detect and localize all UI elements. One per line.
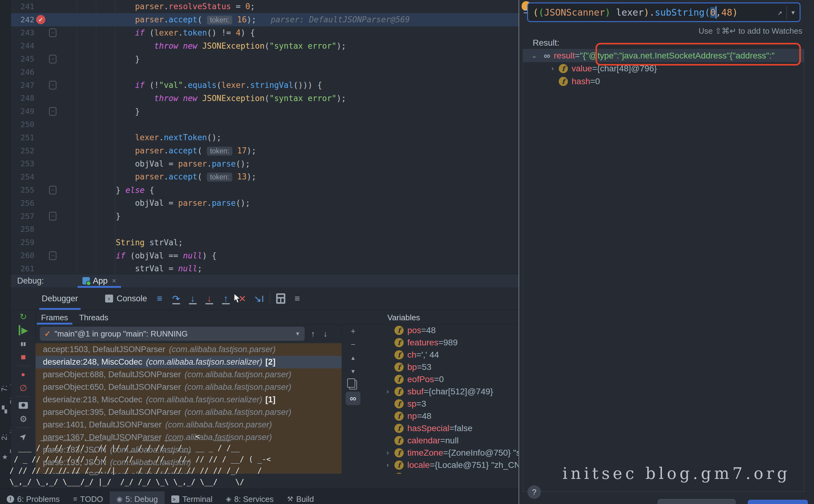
code-line[interactable]: 241 parser.resolveStatus = 0;: [11, 0, 518, 13]
gutter-fold-column[interactable]: −: [47, 107, 58, 116]
step-out-icon[interactable]: ↑: [218, 290, 234, 307]
chevron-down-icon[interactable]: ▼: [791, 9, 795, 16]
chevron-right-icon[interactable]: ›: [381, 388, 394, 396]
breakpoint-icon[interactable]: ✓: [36, 15, 45, 24]
gutter-fold-column[interactable]: −: [47, 212, 58, 220]
pin-icon[interactable]: ➤: [15, 430, 32, 443]
view-breakpoints-icon[interactable]: ●●: [15, 368, 32, 381]
force-step-into-icon[interactable]: ↓: [201, 290, 218, 307]
code-line[interactable]: 259 String strVal;: [11, 236, 518, 249]
run-to-cursor-icon[interactable]: ↘I: [251, 290, 267, 307]
code-line[interactable]: 258: [11, 223, 518, 236]
statusbar-item-problems[interactable]: !6: Problems: [0, 491, 66, 504]
chevron-right-icon[interactable]: ›: [381, 461, 394, 469]
code-line[interactable]: 260− if (objVal == null) {: [11, 249, 518, 262]
variable-row[interactable]: fmatchStat = 0: [364, 471, 518, 474]
add-watch-icon[interactable]: +: [346, 324, 360, 338]
stack-frame-row[interactable]: parseObject:395, DefaultJSONParser(com.a…: [36, 406, 342, 419]
resume-icon[interactable]: ▶: [15, 323, 32, 337]
code-line[interactable]: 261 strVal = null;: [11, 262, 518, 274]
expand-icon[interactable]: ↗: [778, 8, 782, 17]
frame-down-icon[interactable]: ↓: [321, 329, 329, 339]
stop-icon[interactable]: ■: [15, 350, 32, 364]
sidebar-item-favorites[interactable]: 2: Favorites: [0, 420, 11, 454]
fold-start-icon[interactable]: −: [49, 251, 56, 260]
variable-row[interactable]: fcalendar = null: [364, 434, 518, 447]
variable-row[interactable]: fnp = 48: [364, 410, 518, 422]
variable-row[interactable]: fch = ',' 44: [364, 349, 518, 361]
tab-console[interactable]: › Console: [101, 287, 151, 310]
variable-row[interactable]: ›flocale = {Locale@751} "zh_CN": [364, 459, 518, 471]
show-watches-icon[interactable]: ∞: [346, 392, 360, 405]
evaluate-expression-icon[interactable]: [273, 290, 289, 307]
variable-row[interactable]: ›fsbuf = {char[512]@749}: [364, 386, 518, 398]
sidebar-item-structure[interactable]: 7: Structure: [0, 371, 11, 405]
variable-row[interactable]: ffeatures = 989: [364, 337, 518, 349]
fold-end-icon[interactable]: −: [49, 107, 56, 116]
code-line[interactable]: 254 parser.accept( token: 13);: [11, 170, 518, 183]
mute-breakpoints-icon[interactable]: ∅: [15, 381, 32, 395]
code-line[interactable]: 248 throw new JSONException("syntax erro…: [11, 92, 518, 105]
statusbar-item-build[interactable]: ⚒Build: [281, 491, 321, 504]
code-line[interactable]: 245− }: [11, 52, 518, 66]
statusbar-item-debug[interactable]: ◉5: Debug: [110, 491, 164, 504]
code-line[interactable]: 244 throw new JSONException("syntax erro…: [11, 39, 518, 52]
move-down-icon[interactable]: ▼: [346, 365, 360, 378]
evaluate-button[interactable]: [748, 500, 808, 504]
variable-row[interactable]: feofPos = 0: [364, 373, 518, 386]
code-line[interactable]: 242✓ parser.accept( token: 16); parser: …: [11, 13, 518, 26]
gutter-fold-column[interactable]: −: [47, 28, 58, 37]
chevron-right-icon[interactable]: ›: [381, 449, 394, 457]
stack-frame-row[interactable]: parseObject:650, DefaultJSONParser(com.a…: [36, 381, 342, 393]
stack-frame-row[interactable]: parse:1367, DefaultJSONParser(com.alibab…: [36, 431, 342, 444]
code-line[interactable]: 251 lexer.nextToken();: [11, 131, 518, 144]
statusbar-item-services[interactable]: ◈8: Services: [219, 491, 281, 504]
show-execution-point-icon[interactable]: ≡: [151, 290, 168, 307]
fold-end-icon[interactable]: −: [49, 212, 56, 220]
gutter-fold-column[interactable]: −: [47, 81, 58, 89]
variable-row[interactable]: fhasSpecial = false: [364, 422, 518, 434]
result-row[interactable]: fhash = 0: [523, 75, 804, 88]
statusbar-item-todo[interactable]: ≡TODO: [66, 491, 110, 504]
debug-settings-icon[interactable]: ⚙: [15, 412, 32, 426]
variable-row[interactable]: fsp = 3: [364, 398, 518, 410]
statusbar-item-terminal[interactable]: >_Terminal: [164, 491, 219, 504]
stack-frame-row[interactable]: accept:1503, DefaultJSONParser(com.aliba…: [36, 343, 342, 356]
tab-debugger[interactable]: Debugger: [37, 287, 82, 310]
stack-frame-row[interactable]: parse:1401, DefaultJSONParser(com.alibab…: [36, 419, 342, 431]
result-row[interactable]: ⌄∞result = "{"@type":"java.net.InetSocke…: [523, 49, 804, 62]
code-line[interactable]: 253 objVal = parser.parse();: [11, 157, 518, 171]
copy-icon[interactable]: [346, 378, 360, 392]
gutter-fold-column[interactable]: −: [47, 251, 58, 260]
help-button[interactable]: ?: [527, 485, 541, 499]
fold-start-icon[interactable]: −: [49, 81, 56, 89]
code-line[interactable]: 250: [11, 118, 518, 131]
frame-up-icon[interactable]: ↑: [309, 329, 317, 339]
variable-row[interactable]: ›ftimeZone = {ZoneInfo@750} "s: [364, 447, 518, 459]
chevron-icon[interactable]: ›: [546, 65, 559, 73]
gutter-breakpoint-column[interactable]: ✓: [34, 15, 47, 24]
stack-frame-row[interactable]: deserialze:248, MiscCodec(com.alibaba.fa…: [36, 356, 342, 368]
thread-selector[interactable]: ✓ "main"@1 in group "main": RUNNING ▼: [40, 327, 305, 341]
stack-frame-row[interactable]: deserialze:218, MiscCodec(com.alibaba.fa…: [36, 393, 342, 406]
fold-start-icon[interactable]: −: [49, 28, 56, 37]
thread-dump-icon[interactable]: [15, 399, 32, 412]
gutter-fold-column[interactable]: −: [47, 55, 58, 63]
code-line[interactable]: 247− if (!"val".equals(lexer.stringVal()…: [11, 79, 518, 92]
code-line[interactable]: 243− if (lexer.token() != 4) {: [11, 26, 518, 39]
tab-app[interactable]: App ×: [77, 274, 121, 287]
code-line[interactable]: 255− } else {: [11, 183, 518, 197]
close-button[interactable]: [658, 499, 736, 504]
stack-frame-row[interactable]: parseObject:688, DefaultJSONParser(com.a…: [36, 368, 342, 381]
remove-watch-icon[interactable]: −: [346, 338, 360, 351]
step-over-icon[interactable]: ↷: [168, 290, 184, 307]
code-line[interactable]: 252 parser.accept( token: 17);: [11, 144, 518, 157]
tab-frames[interactable]: Frames: [36, 311, 73, 324]
layout-settings-icon[interactable]: ≡: [289, 290, 306, 307]
chevron-icon[interactable]: ⌄: [528, 52, 540, 60]
stack-frame-row[interactable]: parse:193, JSON(com.alibaba.fastjson): [36, 456, 342, 469]
rerun-debug-icon[interactable]: ↻: [15, 310, 32, 323]
code-line[interactable]: 246: [11, 66, 518, 79]
move-up-icon[interactable]: ▲: [346, 351, 360, 365]
close-icon[interactable]: ×: [112, 276, 116, 285]
